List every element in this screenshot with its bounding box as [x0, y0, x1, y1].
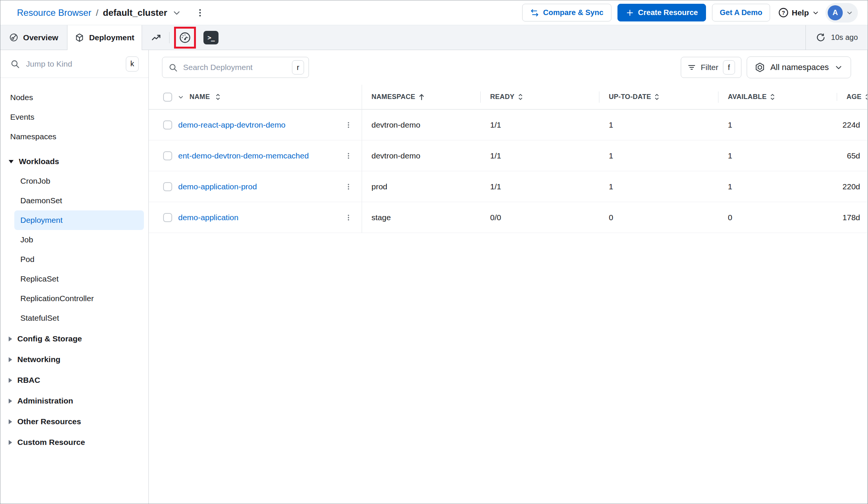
- shortcut-key-badge: f: [723, 60, 735, 75]
- row-checkbox[interactable]: [163, 120, 172, 129]
- sort-ascending-icon: [418, 93, 425, 100]
- cell-up-to-date: 0: [599, 213, 718, 222]
- cluster-more-actions-button[interactable]: [195, 8, 205, 18]
- monitoring-chart-button[interactable]: [148, 29, 165, 46]
- sidebar-item-deployment[interactable]: Deployment: [14, 210, 144, 230]
- search-placeholder: Search Deployment: [183, 63, 287, 72]
- avatar: A: [828, 5, 843, 20]
- help-label: Help: [792, 8, 809, 17]
- namespace-selector-label: All namespaces: [770, 62, 829, 72]
- create-resource-button[interactable]: Create Resource: [617, 4, 706, 21]
- cell-age: 65d: [837, 151, 868, 160]
- sidebar-group-label: Networking: [17, 355, 60, 364]
- breadcrumb-root-link[interactable]: Resource Browser: [17, 8, 91, 18]
- cluster-terminal-button[interactable]: >_: [203, 31, 219, 44]
- sidebar-item-pod[interactable]: Pod: [14, 250, 144, 269]
- cell-age: 224d: [837, 120, 868, 129]
- chevron-down-icon: [834, 63, 843, 72]
- jump-to-kind-input[interactable]: Jump to Kind k: [0, 50, 148, 78]
- row-kebab-menu[interactable]: [344, 183, 353, 191]
- table-row: demo-application stage 0/0 0 0 178d: [149, 202, 868, 233]
- column-header-ready[interactable]: READY: [480, 93, 599, 101]
- tab-deployment[interactable]: Deployment: [67, 25, 142, 50]
- last-refreshed-label: 10s ago: [831, 33, 858, 42]
- cluster-dropdown-button[interactable]: [172, 8, 182, 18]
- resource-name-link[interactable]: demo-react-app-devtron-demo: [178, 120, 286, 129]
- triangle-right-icon: [9, 419, 12, 424]
- sidebar-group-label: Workloads: [19, 157, 59, 166]
- sidebar-item-replicaset[interactable]: ReplicaSet: [14, 269, 144, 289]
- kind-nav: Nodes Events Namespaces Workloads CronJo…: [0, 78, 148, 452]
- deployment-kind-icon: [75, 33, 84, 43]
- sidebar-group-config-storage[interactable]: Config & Storage: [0, 329, 148, 349]
- cell-up-to-date: 1: [599, 182, 718, 191]
- svg-text:?: ?: [782, 10, 785, 16]
- sidebar-group-label: Config & Storage: [17, 334, 82, 343]
- column-label: NAME: [189, 93, 210, 101]
- sort-both-icon: [518, 93, 523, 100]
- triangle-right-icon: [9, 357, 12, 362]
- scrollbar[interactable]: [867, 50, 868, 504]
- cell-namespace: stage: [362, 213, 480, 222]
- cell-available: 1: [718, 151, 837, 160]
- triangle-right-icon: [9, 440, 12, 445]
- sidebar-item-nodes[interactable]: Nodes: [0, 88, 148, 107]
- user-menu-button[interactable]: A: [825, 3, 858, 23]
- cell-namespace: devtron-demo: [362, 151, 480, 160]
- row-checkbox[interactable]: [163, 213, 172, 222]
- tab-deployment-label: Deployment: [89, 33, 134, 42]
- row-kebab-menu[interactable]: [344, 121, 353, 129]
- annotation-red-box: [174, 27, 196, 49]
- sidebar-item-job[interactable]: Job: [14, 230, 144, 250]
- row-checkbox[interactable]: [163, 182, 172, 191]
- compare-sync-button[interactable]: Compare & Sync: [522, 4, 611, 21]
- refresh-status[interactable]: 10s ago: [805, 25, 868, 50]
- gauge-dashboard-button[interactable]: [177, 29, 193, 46]
- sidebar-item-namespaces[interactable]: Namespaces: [0, 127, 148, 146]
- shortcut-key-badge: r: [292, 60, 304, 75]
- help-circle-icon: ?: [778, 8, 789, 18]
- sidebar-group-other-resources[interactable]: Other Resources: [0, 412, 148, 431]
- column-header-available[interactable]: AVAILABLE: [718, 93, 837, 101]
- triangle-right-icon: [9, 337, 12, 341]
- column-header-age[interactable]: AGE: [837, 93, 868, 101]
- column-header-name[interactable]: NAME: [149, 93, 362, 102]
- row-checkbox[interactable]: [163, 151, 172, 160]
- toolbar-right: Filter f All namespaces: [681, 56, 851, 78]
- sidebar-item-cronjob[interactable]: CronJob: [14, 171, 144, 191]
- gauge-icon: [179, 31, 191, 44]
- cluster-name: default_cluster: [103, 8, 167, 18]
- sidebar-item-replicationcontroller[interactable]: ReplicationController: [14, 289, 144, 308]
- sidebar-group-label: Custom Resource: [17, 438, 85, 447]
- plus-icon: [625, 8, 634, 17]
- cell-up-to-date: 1: [599, 120, 718, 129]
- resource-name-link[interactable]: demo-application: [178, 213, 238, 222]
- chevron-down-icon: [177, 94, 184, 100]
- row-kebab-menu[interactable]: [344, 213, 353, 222]
- cell-ready: 1/1: [480, 120, 599, 129]
- sidebar-item-statefulset[interactable]: StatefulSet: [14, 308, 144, 328]
- sidebar-item-events[interactable]: Events: [0, 107, 148, 127]
- filter-icon: [687, 63, 696, 72]
- sidebar-group-custom-resource[interactable]: Custom Resource: [0, 432, 148, 452]
- sidebar-item-daemonset[interactable]: DaemonSet: [14, 191, 144, 210]
- select-all-checkbox[interactable]: [163, 93, 172, 102]
- search-deployment-input[interactable]: Search Deployment r: [162, 57, 309, 78]
- filter-button[interactable]: Filter f: [681, 57, 741, 78]
- row-kebab-menu[interactable]: [344, 152, 353, 160]
- tab-overview[interactable]: Overview: [0, 25, 67, 50]
- namespace-selector[interactable]: All namespaces: [747, 56, 851, 78]
- compare-sync-icon: [530, 8, 539, 17]
- sidebar-group-networking[interactable]: Networking: [0, 350, 148, 369]
- tab-overview-label: Overview: [23, 33, 58, 42]
- sidebar-group-rbac[interactable]: RBAC: [0, 370, 148, 390]
- resource-name-link[interactable]: demo-application-prod: [178, 182, 257, 191]
- help-menu-button[interactable]: ? Help: [778, 8, 819, 18]
- sidebar-group-workloads[interactable]: Workloads: [0, 152, 148, 171]
- column-header-namespace[interactable]: NAMESPACE: [362, 93, 480, 101]
- sidebar-group-administration[interactable]: Administration: [0, 391, 148, 411]
- get-demo-button[interactable]: Get A Demo: [712, 4, 770, 21]
- resource-name-link[interactable]: ent-demo-devtron-demo-memcached: [178, 151, 309, 160]
- column-header-up-to-date[interactable]: UP-TO-DATE: [599, 93, 718, 101]
- sort-both-icon: [770, 93, 775, 100]
